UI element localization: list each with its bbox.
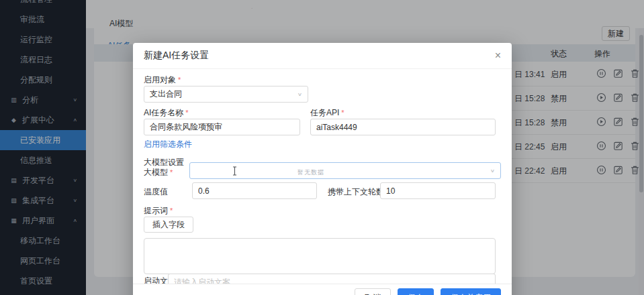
model-label: 大模型	[144, 167, 173, 178]
enable-filter-link[interactable]: 启用筛选条件	[144, 139, 192, 150]
close-icon[interactable]: ×	[495, 50, 501, 61]
save-button[interactable]: 保存	[398, 288, 434, 295]
prompt-label: 提示词	[144, 205, 173, 217]
new-ai-task-modal: 新建AI任务设置 × 启用对象 支出合同 ∨ AI任务名称 任务API 启用筛选…	[133, 43, 512, 295]
dropdown-empty-text: 暂无数据	[297, 168, 324, 177]
text-cursor-icon	[232, 166, 238, 178]
modal-body: 启用对象 支出合同 ∨ AI任务名称 任务API 启用筛选条件 大模型设置 大模…	[133, 69, 512, 284]
task-name-label: AI任务名称	[144, 107, 189, 119]
temperature-input[interactable]	[192, 182, 317, 199]
enable-target-select[interactable]: 支出合同 ∨	[144, 86, 308, 103]
insert-field-button[interactable]: 插入字段	[144, 217, 193, 233]
modal-title: 新建AI任务设置	[144, 50, 209, 62]
context-rounds-input[interactable]	[380, 182, 496, 199]
model-select[interactable]: 暂无数据 ∨	[189, 162, 501, 179]
task-api-input[interactable]	[310, 119, 496, 135]
enable-target-label: 启用对象	[144, 74, 181, 86]
modal-header: 新建AI任务设置 ×	[133, 43, 512, 69]
save-and-enable-button[interactable]: 保存并启用	[441, 288, 501, 295]
modal-footer: 取消 保存 保存并启用	[133, 284, 512, 295]
chevron-down-icon: ∨	[490, 168, 495, 174]
cancel-button[interactable]: 取消	[355, 288, 391, 295]
enable-target-value: 支出合同	[150, 88, 182, 100]
task-api-label: 任务API	[310, 107, 344, 119]
task-name-input[interactable]	[144, 119, 300, 135]
chevron-down-icon: ∨	[297, 92, 302, 97]
temperature-label: 温度值	[144, 186, 168, 198]
prompt-textarea[interactable]	[144, 238, 496, 274]
start-text-input[interactable]	[168, 274, 496, 284]
